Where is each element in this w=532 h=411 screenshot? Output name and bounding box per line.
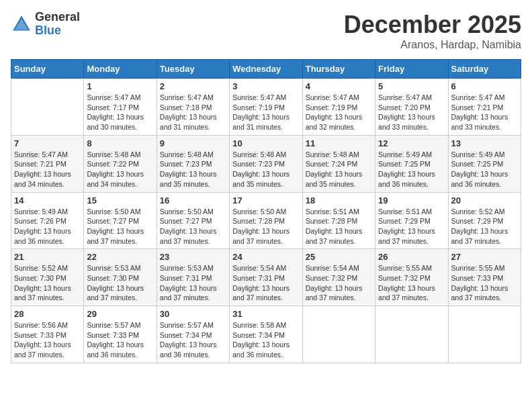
calendar-cell: 4Sunrise: 5:47 AM Sunset: 7:19 PM Daylig… [302,79,375,136]
logo-icon [11,13,32,35]
calendar-cell: 27Sunrise: 5:55 AM Sunset: 7:33 PM Dayli… [448,249,521,306]
calendar-cell [302,306,375,363]
day-number: 13 [451,138,518,148]
calendar-cell: 15Sunrise: 5:50 AM Sunset: 7:27 PM Dayli… [84,192,157,249]
day-number: 4 [306,81,372,91]
calendar-cell: 12Sunrise: 5:49 AM Sunset: 7:25 PM Dayli… [375,135,448,192]
day-number: 21 [14,252,81,262]
calendar-cell: 5Sunrise: 5:47 AM Sunset: 7:20 PM Daylig… [375,79,448,136]
day-info: Sunrise: 5:55 AM Sunset: 7:33 PM Dayligh… [451,263,518,303]
day-info: Sunrise: 5:47 AM Sunset: 7:18 PM Dayligh… [160,93,226,132]
header-thursday: Thursday [302,60,375,79]
calendar-cell: 25Sunrise: 5:54 AM Sunset: 7:32 PM Dayli… [302,249,375,306]
calendar-cell: 24Sunrise: 5:54 AM Sunset: 7:31 PM Dayli… [230,249,302,306]
day-info: Sunrise: 5:47 AM Sunset: 7:19 PM Dayligh… [306,93,372,132]
calendar-week-3: 14Sunrise: 5:49 AM Sunset: 7:26 PM Dayli… [11,192,521,249]
day-info: Sunrise: 5:50 AM Sunset: 7:28 PM Dayligh… [232,207,299,246]
calendar-cell: 14Sunrise: 5:49 AM Sunset: 7:26 PM Dayli… [11,192,84,249]
logo: General Blue [11,11,80,38]
day-info: Sunrise: 5:53 AM Sunset: 7:31 PM Dayligh… [160,263,226,303]
day-number: 19 [378,195,445,205]
calendar-cell [11,79,84,136]
day-number: 7 [14,138,81,148]
day-info: Sunrise: 5:54 AM Sunset: 7:31 PM Dayligh… [232,263,299,303]
calendar-cell: 10Sunrise: 5:48 AM Sunset: 7:23 PM Dayli… [230,135,302,192]
day-number: 6 [451,81,518,91]
day-number: 8 [87,138,153,148]
calendar-cell: 28Sunrise: 5:56 AM Sunset: 7:33 PM Dayli… [11,306,84,363]
header-saturday: Saturday [448,60,521,79]
calendar-cell: 16Sunrise: 5:50 AM Sunset: 7:27 PM Dayli… [157,192,229,249]
day-info: Sunrise: 5:48 AM Sunset: 7:23 PM Dayligh… [160,150,226,189]
logo-blue: Blue [35,24,80,38]
day-info: Sunrise: 5:47 AM Sunset: 7:17 PM Dayligh… [87,93,153,132]
calendar-cell: 2Sunrise: 5:47 AM Sunset: 7:18 PM Daylig… [157,79,229,136]
day-info: Sunrise: 5:49 AM Sunset: 7:25 PM Dayligh… [451,150,518,189]
calendar-cell: 6Sunrise: 5:47 AM Sunset: 7:21 PM Daylig… [448,79,521,136]
day-info: Sunrise: 5:47 AM Sunset: 7:21 PM Dayligh… [14,150,81,189]
day-number: 31 [232,309,299,319]
day-number: 3 [232,81,299,91]
location: Aranos, Hardap, Namibia [344,39,521,51]
day-info: Sunrise: 5:57 AM Sunset: 7:33 PM Dayligh… [87,320,153,360]
calendar-cell: 9Sunrise: 5:48 AM Sunset: 7:23 PM Daylig… [157,135,229,192]
calendar-cell: 29Sunrise: 5:57 AM Sunset: 7:33 PM Dayli… [84,306,157,363]
day-number: 14 [14,195,81,205]
calendar-cell: 19Sunrise: 5:51 AM Sunset: 7:29 PM Dayli… [375,192,448,249]
day-info: Sunrise: 5:47 AM Sunset: 7:21 PM Dayligh… [451,93,518,132]
header-sunday: Sunday [11,60,84,79]
calendar-cell: 11Sunrise: 5:48 AM Sunset: 7:24 PM Dayli… [302,135,375,192]
day-number: 20 [451,195,518,205]
day-info: Sunrise: 5:58 AM Sunset: 7:34 PM Dayligh… [232,320,299,360]
day-number: 29 [87,309,153,319]
day-number: 26 [378,252,445,262]
day-info: Sunrise: 5:51 AM Sunset: 7:29 PM Dayligh… [378,207,445,246]
header-tuesday: Tuesday [157,60,229,79]
day-number: 23 [160,252,226,262]
calendar-cell: 3Sunrise: 5:47 AM Sunset: 7:19 PM Daylig… [230,79,302,136]
logo-general: General [35,11,80,24]
header-monday: Monday [84,60,157,79]
day-number: 11 [306,138,372,148]
day-info: Sunrise: 5:53 AM Sunset: 7:30 PM Dayligh… [87,263,153,303]
calendar-cell [375,306,448,363]
day-number: 25 [306,252,372,262]
calendar-header-row: SundayMondayTuesdayWednesdayThursdayFrid… [11,60,521,79]
day-number: 15 [87,195,153,205]
title-block: December 2025 Aranos, Hardap, Namibia [344,11,521,51]
calendar-cell: 20Sunrise: 5:52 AM Sunset: 7:29 PM Dayli… [448,192,521,249]
day-number: 1 [87,81,153,91]
day-number: 24 [232,252,299,262]
calendar-cell: 21Sunrise: 5:52 AM Sunset: 7:30 PM Dayli… [11,249,84,306]
day-number: 18 [306,195,372,205]
day-info: Sunrise: 5:52 AM Sunset: 7:30 PM Dayligh… [14,263,81,303]
calendar-cell: 7Sunrise: 5:47 AM Sunset: 7:21 PM Daylig… [11,135,84,192]
day-number: 9 [160,138,226,148]
calendar-cell: 1Sunrise: 5:47 AM Sunset: 7:17 PM Daylig… [84,79,157,136]
calendar-table: SundayMondayTuesdayWednesdayThursdayFrid… [11,59,521,363]
calendar-cell: 17Sunrise: 5:50 AM Sunset: 7:28 PM Dayli… [230,192,302,249]
calendar-cell: 18Sunrise: 5:51 AM Sunset: 7:28 PM Dayli… [302,192,375,249]
day-info: Sunrise: 5:49 AM Sunset: 7:25 PM Dayligh… [378,150,445,189]
calendar-cell: 13Sunrise: 5:49 AM Sunset: 7:25 PM Dayli… [448,135,521,192]
header-friday: Friday [375,60,448,79]
day-info: Sunrise: 5:48 AM Sunset: 7:22 PM Dayligh… [87,150,153,189]
page-header: General Blue December 2025 Aranos, Harda… [11,11,521,51]
day-number: 28 [14,309,81,319]
calendar-cell: 26Sunrise: 5:55 AM Sunset: 7:32 PM Dayli… [375,249,448,306]
header-wednesday: Wednesday [230,60,302,79]
day-info: Sunrise: 5:48 AM Sunset: 7:24 PM Dayligh… [306,150,372,189]
day-info: Sunrise: 5:50 AM Sunset: 7:27 PM Dayligh… [160,207,226,246]
day-number: 12 [378,138,445,148]
calendar-week-1: 1Sunrise: 5:47 AM Sunset: 7:17 PM Daylig… [11,79,521,136]
logo-text: General Blue [35,11,80,38]
day-info: Sunrise: 5:52 AM Sunset: 7:29 PM Dayligh… [451,207,518,246]
day-info: Sunrise: 5:55 AM Sunset: 7:32 PM Dayligh… [378,263,445,303]
calendar-week-4: 21Sunrise: 5:52 AM Sunset: 7:30 PM Dayli… [11,249,521,306]
calendar-cell: 30Sunrise: 5:57 AM Sunset: 7:34 PM Dayli… [157,306,229,363]
calendar-week-2: 7Sunrise: 5:47 AM Sunset: 7:21 PM Daylig… [11,135,521,192]
day-info: Sunrise: 5:56 AM Sunset: 7:33 PM Dayligh… [14,320,81,360]
day-info: Sunrise: 5:51 AM Sunset: 7:28 PM Dayligh… [306,207,372,246]
calendar-cell: 22Sunrise: 5:53 AM Sunset: 7:30 PM Dayli… [84,249,157,306]
day-info: Sunrise: 5:49 AM Sunset: 7:26 PM Dayligh… [14,207,81,246]
